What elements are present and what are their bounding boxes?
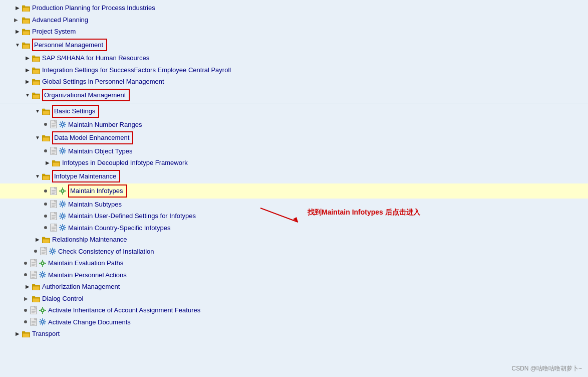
label-maintain-personnel-actions[interactable]: Maintain Personnel Actions — [48, 270, 127, 280]
tree-item-advanced-planning[interactable]: ▶ Advanced Planning — [0, 14, 588, 26]
toggle-production-planning[interactable]: ▶ — [14, 5, 21, 12]
tree-item-global-settings[interactable]: ▶ Global Settings in Personnel Managemen… — [0, 76, 588, 88]
toggle-project-system[interactable]: ▶ — [14, 28, 21, 35]
label-infotypes-decoupled[interactable]: Infotypes in Decoupled Infotype Framewor… — [62, 158, 188, 168]
svg-rect-145 — [52, 248, 53, 249]
tree-item-basic-settings[interactable]: ▼ Basic Settings — [0, 104, 588, 119]
label-dialog-control[interactable]: Dialog Control — [42, 294, 83, 304]
tree-item-dialog-control[interactable]: ▶ Dialog Control — [0, 293, 588, 305]
tree-item-integration-settings[interactable]: ▶ Integration Settings for SuccessFactor… — [0, 64, 588, 76]
toggle-personnel-management[interactable]: ▼ — [14, 41, 21, 48]
svg-rect-100 — [60, 202, 61, 203]
svg-rect-22 — [32, 68, 35, 69]
svg-rect-99 — [65, 204, 66, 205]
folder-icon-dialog-control — [32, 295, 40, 302]
tree-item-sap-s4hana[interactable]: ▶ SAP S/4HANA for Human Resources — [0, 52, 588, 64]
folder-icon-infotype-maintenance — [42, 173, 50, 179]
tree-item-maintain-personnel-actions[interactable]: Maintain Personnel Actions — [0, 269, 588, 281]
tree-item-authorization-mgmt[interactable]: ▶ Authorization Management — [0, 281, 588, 293]
tree-item-production-planning[interactable]: ▶ Production Planning for Process Indust… — [0, 2, 588, 14]
tree-item-project-system[interactable]: ▶ Project System — [0, 26, 588, 38]
toggle-integration-settings[interactable]: ▶ — [24, 66, 31, 73]
label-data-model-enhancement[interactable]: Data Model Enhancement — [54, 133, 129, 143]
label-maintain-country-specific[interactable]: Maintain Country-Specific Infotypes — [68, 223, 170, 233]
toggle-org-management[interactable]: ▼ — [24, 91, 31, 98]
toggle-authorization-mgmt[interactable]: ▶ — [24, 283, 31, 290]
svg-rect-19 — [33, 58, 40, 62]
gear-green-icon-activate-inheritance — [39, 307, 46, 314]
tree-item-maintain-eval-paths[interactable]: Maintain Evaluation Paths — [0, 257, 588, 269]
svg-rect-23 — [33, 70, 40, 74]
svg-rect-161 — [42, 265, 43, 267]
svg-rect-45 — [59, 124, 61, 125]
svg-rect-116 — [64, 213, 66, 215]
label-personnel-management[interactable]: Personnel Management — [34, 40, 103, 50]
folder-icon-sap-s4hana — [32, 55, 40, 61]
tree-item-transport[interactable]: ▶ Transport — [0, 328, 588, 340]
gear-icon-maintain-country-specific — [59, 224, 66, 231]
tree-item-maintain-number-ranges[interactable]: Maintain Number Ranges — [0, 119, 588, 131]
label-sap-s4hana[interactable]: SAP S/4HANA for Human Resources — [42, 53, 149, 63]
label-maintain-user-defined[interactable]: Maintain User-Defined Settings for Infot… — [68, 211, 196, 221]
label-relationship-maintenance[interactable]: Relationship Maintenance — [52, 235, 127, 245]
tree-item-relationship-maintenance[interactable]: ▶ Relationship Maintenance — [0, 234, 588, 246]
toggle-sap-s4hana[interactable]: ▶ — [24, 55, 31, 62]
tree-item-maintain-infotypes[interactable]: Maintain Infotypes — [0, 183, 588, 199]
label-basic-settings[interactable]: Basic Settings — [54, 106, 95, 116]
tree-item-org-management[interactable]: ▼ Organizational Management — [0, 88, 588, 103]
folder-icon-personnel-management — [22, 42, 30, 48]
label-transport[interactable]: Transport — [32, 329, 60, 339]
toggle-basic-settings[interactable]: ▼ — [34, 108, 41, 115]
label-maintain-eval-paths[interactable]: Maintain Evaluation Paths — [48, 258, 123, 268]
svg-rect-103 — [64, 206, 66, 207]
svg-rect-115 — [60, 213, 61, 215]
toggle-transport[interactable]: ▶ — [14, 330, 21, 337]
tree-item-activate-change-docs[interactable]: Activate Change Documents — [0, 316, 588, 328]
toggle-relationship-maintenance[interactable]: ▶ — [34, 236, 41, 243]
toggle-infotype-maintenance[interactable]: ▼ — [34, 172, 41, 179]
svg-rect-14 — [22, 43, 25, 44]
label-org-management[interactable]: Organizational Management — [44, 90, 126, 100]
doc-icon-maintain-eval-paths — [30, 259, 37, 267]
toggle-infotypes-decoupled[interactable]: ▶ — [44, 159, 51, 166]
svg-point-193 — [42, 309, 44, 311]
doc-icon-check-consistency — [40, 247, 47, 255]
label-activate-inheritance[interactable]: Activate Inheritance of Account Assignme… — [48, 305, 200, 315]
label-project-system[interactable]: Project System — [32, 27, 76, 37]
label-check-consistency[interactable]: Check Consistency of Installation — [58, 247, 154, 257]
tree-item-activate-inheritance[interactable]: Activate Inheritance of Account Assignme… — [0, 304, 588, 316]
svg-rect-216 — [23, 333, 30, 337]
label-integration-settings[interactable]: Integration Settings for SuccessFactors … — [42, 65, 231, 75]
tree-item-maintain-user-defined[interactable]: Maintain User-Defined Settings for Infot… — [0, 210, 588, 222]
label-production-planning[interactable]: Production Planning for Process Industri… — [32, 3, 155, 13]
tree-item-personnel-management[interactable]: ▼ Personnel Management — [0, 38, 588, 53]
tree-item-maintain-subtypes[interactable]: Maintain Subtypes — [0, 199, 588, 211]
label-maintain-object-types[interactable]: Maintain Object Types — [68, 146, 132, 156]
svg-rect-54 — [43, 137, 50, 141]
toggle-global-settings[interactable]: ▶ — [24, 78, 31, 85]
redbox-org-management: Organizational Management — [42, 89, 130, 102]
svg-rect-210 — [44, 319, 46, 321]
label-advanced-planning[interactable]: Advanced Planning — [32, 15, 88, 25]
label-authorization-mgmt[interactable]: Authorization Management — [42, 282, 120, 292]
svg-rect-68 — [60, 152, 61, 154]
label-global-settings[interactable]: Global Settings in Personnel Management — [42, 77, 164, 87]
tree-item-check-consistency[interactable]: Check Consistency of Installation — [0, 246, 588, 258]
tree-item-maintain-country-specific[interactable]: Maintain Country-Specific Infotypes — [0, 222, 588, 234]
gear-green-icon-maintain-infotypes — [59, 187, 66, 195]
label-maintain-infotypes[interactable]: Maintain Infotypes — [70, 186, 123, 196]
label-activate-change-docs[interactable]: Activate Change Documents — [48, 317, 131, 327]
label-infotype-maintenance[interactable]: Infotype Maintenance — [54, 171, 116, 181]
label-maintain-subtypes[interactable]: Maintain Subtypes — [68, 200, 122, 210]
tree-item-infotype-maintenance[interactable]: ▼ Infotype Maintenance — [0, 169, 588, 184]
tree-item-data-model-enhancement[interactable]: ▼ Data Model Enhancement — [0, 130, 588, 145]
svg-rect-3 — [23, 8, 30, 12]
label-maintain-number-ranges[interactable]: Maintain Number Ranges — [68, 120, 142, 130]
bullet-activate-change-docs — [24, 320, 27, 323]
svg-rect-77 — [43, 176, 50, 180]
svg-rect-49 — [60, 126, 61, 127]
svg-rect-195 — [42, 312, 43, 314]
toggle-data-model-enhancement[interactable]: ▼ — [34, 134, 41, 141]
tree-item-infotypes-decoupled[interactable]: ▶ Infotypes in Decoupled Infotype Framew… — [0, 157, 588, 169]
tree-item-maintain-object-types[interactable]: Maintain Object Types — [0, 145, 588, 157]
